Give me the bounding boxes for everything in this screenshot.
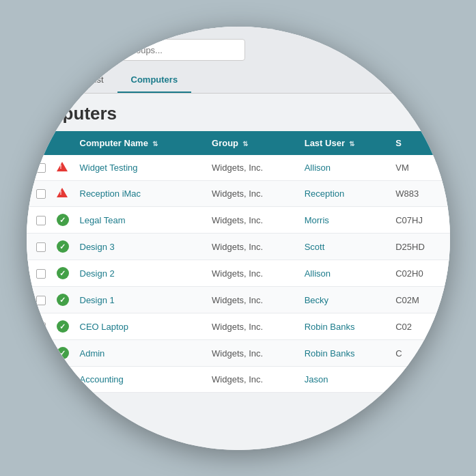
page-title-bar: mputers	[27, 94, 450, 131]
row-computer-name[interactable]: Accounting	[74, 367, 207, 393]
row-last-user[interactable]: Allison	[299, 260, 391, 287]
row-computer-name[interactable]: CEO Laptop	[74, 313, 207, 340]
tab-list[interactable]: ist	[81, 68, 117, 93]
tabs-bar: ist Computers	[27, 68, 450, 94]
row-last-user[interactable]: Robin Banks	[299, 313, 391, 340]
row-computer-name[interactable]: Design 2	[74, 260, 207, 287]
row-serial: D25HD	[390, 234, 449, 260]
row-group: Widgets, Inc.	[206, 234, 299, 260]
row-status-cell: ✓	[51, 340, 74, 367]
ok-icon: ✓	[57, 240, 69, 253]
header-last-user[interactable]: Last User ⇅	[299, 131, 391, 156]
table-row: ✓ Admin Widgets, Inc. Robin Banks C	[27, 340, 450, 367]
row-checkbox-cell	[27, 181, 51, 207]
ok-icon: ✓	[57, 267, 69, 279]
computer-name-link[interactable]: Accounting	[80, 374, 124, 384]
row-serial: C	[390, 340, 449, 367]
row-last-user[interactable]: Reception	[299, 181, 391, 207]
table-row: Widget Testing Widgets, Inc. Allison VM	[27, 155, 450, 181]
sort-icon-last-user: ⇅	[349, 140, 354, 148]
table-row: ✓ Design 1 Widgets, Inc. Becky C02M	[27, 287, 450, 313]
row-computer-name[interactable]: Admin	[74, 340, 207, 367]
computer-name-link[interactable]: Design 1	[80, 295, 115, 305]
row-last-user[interactable]: Jason	[299, 367, 391, 393]
row-checkbox[interactable]	[36, 242, 46, 252]
search-input[interactable]	[76, 45, 236, 55]
search-wrap[interactable]	[68, 39, 245, 61]
row-group: Widgets, Inc.	[206, 260, 299, 287]
row-checkbox[interactable]	[36, 269, 46, 279]
row-checkbox[interactable]	[36, 216, 46, 225]
computer-name-link[interactable]: Widget Testing	[80, 163, 138, 173]
row-checkbox-cell	[27, 340, 51, 367]
header-computer-name[interactable]: Computer Name ⇅	[74, 131, 207, 156]
content-area: ist Computers mputers Com	[27, 27, 450, 450]
tab-computers[interactable]: Computers	[117, 68, 192, 93]
row-group: Widgets, Inc.	[206, 340, 299, 367]
computers-table-wrap: Computer Name ⇅ Group ⇅ Last User ⇅ S	[27, 131, 450, 393]
computer-name-link[interactable]: Reception iMac	[80, 188, 141, 199]
row-computer-name[interactable]: Design 3	[74, 234, 207, 260]
ok-icon: ✓	[57, 320, 69, 333]
row-checkbox[interactable]	[36, 322, 46, 332]
table-row: ✓ Design 2 Widgets, Inc. Allison C02H0	[27, 260, 450, 287]
row-checkbox-cell	[27, 313, 51, 340]
row-checkbox[interactable]	[36, 349, 46, 359]
computer-name-link[interactable]: Design 2	[80, 268, 115, 279]
row-checkbox[interactable]	[36, 375, 46, 384]
row-last-user[interactable]: Becky	[299, 287, 391, 313]
table-row: Reception iMac Widgets, Inc. Reception W…	[27, 181, 450, 207]
computer-name-link[interactable]: CEO Laptop	[80, 322, 129, 332]
row-status-cell	[51, 367, 74, 393]
row-checkbox[interactable]	[36, 189, 46, 199]
row-group: Widgets, Inc.	[206, 181, 299, 207]
main-circle-container: ist Computers mputers Com	[27, 27, 450, 450]
row-checkbox[interactable]	[36, 296, 46, 305]
row-last-user[interactable]: Allison	[299, 155, 391, 181]
header-checkbox[interactable]	[36, 139, 46, 148]
row-checkbox-cell	[27, 155, 51, 181]
table-row: ✓ Design 3 Widgets, Inc. Scott D25HD	[27, 234, 450, 260]
sort-icon-group: ⇅	[242, 140, 248, 148]
row-checkbox-cell	[27, 260, 51, 287]
row-serial: C02H0	[390, 260, 449, 287]
row-checkbox-cell	[27, 207, 51, 234]
row-status-cell: ✓	[51, 287, 74, 313]
row-group: Widgets, Inc.	[206, 155, 299, 181]
row-computer-name[interactable]: Legal Team	[74, 207, 207, 234]
header-checkbox-cell	[27, 131, 51, 156]
warning-icon	[57, 162, 68, 171]
header-group[interactable]: Group ⇅	[206, 131, 299, 156]
row-computer-name[interactable]: Reception iMac	[74, 181, 207, 207]
row-checkbox[interactable]	[36, 163, 46, 173]
header-serial: S	[390, 131, 449, 156]
row-group: Widgets, Inc.	[206, 367, 299, 393]
row-last-user[interactable]: Robin Banks	[299, 340, 391, 367]
row-serial: C02M	[390, 287, 449, 313]
row-status-cell	[51, 155, 74, 181]
row-serial	[390, 367, 449, 393]
row-status-cell: ✓	[51, 234, 74, 260]
top-bar	[27, 27, 450, 68]
table-row: Accounting Widgets, Inc. Jason	[27, 367, 450, 393]
computer-name-link[interactable]: Legal Team	[80, 215, 126, 225]
table-row: ✓ Legal Team Widgets, Inc. Morris C07HJ	[27, 207, 450, 234]
row-serial: VM	[390, 155, 449, 181]
computer-name-link[interactable]: Design 3	[80, 242, 115, 252]
row-last-user[interactable]: Scott	[299, 234, 391, 260]
computers-table: Computer Name ⇅ Group ⇅ Last User ⇅ S	[27, 131, 450, 393]
row-group: Widgets, Inc.	[206, 313, 299, 340]
row-checkbox-cell	[27, 234, 51, 260]
warning-icon	[57, 188, 68, 197]
row-serial: W883	[390, 181, 449, 207]
table-body: Widget Testing Widgets, Inc. Allison VM …	[27, 155, 450, 393]
ok-icon: ✓	[57, 294, 69, 306]
row-serial: C07HJ	[390, 207, 449, 234]
row-checkbox-cell	[27, 367, 51, 393]
table-row: ✓ CEO Laptop Widgets, Inc. Robin Banks C…	[27, 313, 450, 340]
sort-icon-computer-name: ⇅	[152, 140, 158, 148]
row-last-user[interactable]: Morris	[299, 207, 391, 234]
row-computer-name[interactable]: Design 1	[74, 287, 207, 313]
row-computer-name[interactable]: Widget Testing	[74, 155, 207, 181]
computer-name-link[interactable]: Admin	[80, 348, 105, 359]
